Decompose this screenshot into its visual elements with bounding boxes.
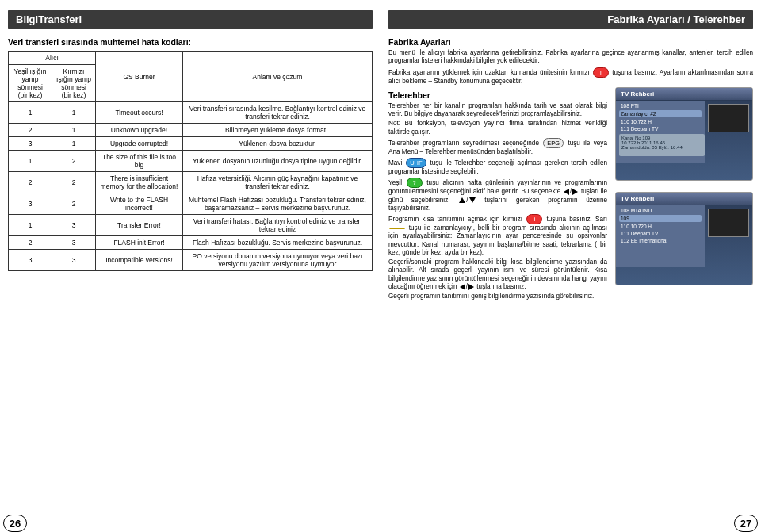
list-item: 108 PTI	[619, 102, 702, 109]
tv-guide-screenshot-2: TV Rehberi 108 MTA INTL 109 110 10.720 H…	[615, 192, 753, 285]
table-row: 32Write to the FLASH incorrect!Muhtemel …	[9, 193, 373, 215]
tr-p1: Telerehber her bir kanalın programları h…	[388, 102, 607, 119]
page-right: Fabrika Ayarları / Telerehber Fabrika Ay…	[388, 10, 753, 302]
table-row: 31Upgrade corrupted!Yüklenen dosya bozuk…	[9, 137, 373, 151]
list-item: 110 10.722 H	[619, 118, 702, 125]
red-i-button-icon: i	[593, 67, 609, 78]
tv-preview	[708, 209, 749, 237]
banner-left: BilgiTransferi	[8, 10, 373, 29]
col-gs: GS Burner	[96, 52, 183, 102]
fabrika-ayarlari-title: Fabrika Ayarları	[388, 37, 753, 47]
tr-p5: Yeşil ? tuşu alıcının hafta günlerinin y…	[388, 178, 607, 212]
list-item-hi: 109	[619, 215, 702, 222]
down-arrow-icon	[469, 197, 476, 203]
right-arrow-icon	[572, 189, 578, 195]
table-row: 11Timeout occurs!Veri transferi sırasınd…	[9, 102, 373, 124]
uhf-button-icon: UHF	[406, 158, 426, 168]
epg-button-icon: EPG	[543, 138, 564, 148]
page-number-left: 26	[3, 515, 27, 532]
tv-title: TV Rehberi	[616, 193, 752, 205]
list-item: 108 MTA INTL	[619, 207, 702, 214]
tr-p7: Programın kısa tanıtımını açmak için kır…	[388, 214, 607, 257]
page-number-right: 27	[734, 515, 758, 532]
left-arrow-icon	[460, 284, 465, 290]
col-red: Kırmızı ışığın yanıp sönmesi (bir kez)	[52, 65, 96, 102]
list-item: 111 Deepam TV	[619, 230, 702, 237]
tv-infobox: Kanal No 109 10.722 h 2011 16 45 Zaman d…	[619, 134, 705, 156]
list-item-hi: Zamanlayıcı #2	[619, 110, 702, 117]
table-row: 23FLASH init Error!Flash Hafızası bozukl…	[9, 236, 373, 250]
table-row: 33Incompatible versions!PO versiyonu don…	[9, 250, 373, 271]
tr-p2: Not: Bu fonksiyon, televizyon yayıncı fi…	[388, 120, 607, 136]
error-codes-heading: Veri transferi sırasında muhtemel hata k…	[8, 37, 373, 47]
tr-p4: Mavi UHF tuşu ile Telerehber seçeneği aç…	[388, 158, 607, 176]
tr-p3: Telerehber programların seyredilmesi seç…	[388, 138, 607, 156]
telerehber-text-column: Telerehber Telerehber her bir kanalın pr…	[388, 87, 607, 303]
fabrika-p1: Bu menü ile alıcıyı fabrika ayarlarına g…	[388, 49, 753, 66]
table-row: 12The size of this file is too bigYüklen…	[9, 151, 373, 172]
telerehber-title: Telerehber	[388, 90, 607, 100]
list-item: 110 10.720 H	[619, 223, 702, 230]
col-green: Yeşil ışığın yanıp sönmesi (bir kez)	[9, 65, 52, 102]
table-row: 13Transfer Error!Veri transferi hatası. …	[9, 215, 373, 236]
tv-preview	[708, 104, 749, 132]
yellow-button-icon	[389, 228, 405, 229]
tv-list: 108 MTA INTL 109 110 10.720 H 111 Deepam…	[616, 205, 705, 267]
error-code-table: Alıcı GS Burner Anlam ve çözüm Yeşil ışı…	[8, 51, 373, 271]
green-q-button-icon: ?	[407, 178, 423, 188]
page-left: BilgiTransferi Veri transferi sırasında …	[8, 10, 373, 271]
tv-title: TV Rehberi	[616, 88, 752, 101]
red-i-button-icon: i	[526, 214, 542, 224]
list-item: 112 EE International	[619, 237, 702, 244]
tv-guide-screenshot-1: TV Rehberi 108 PTI Zamanlayıcı #2 110 10…	[615, 87, 753, 181]
up-arrow-icon	[459, 197, 465, 203]
tr-p8: Geçerli/sonraki program hakkındaki bilgi…	[388, 258, 607, 291]
table-row: 21Unknown upgrade!Bilinmeyen yükleme dos…	[9, 124, 373, 137]
screenshot-column: TV Rehberi 108 PTI Zamanlayıcı #2 110 10…	[615, 87, 753, 303]
tr-p9: Geçerli programın tanıtımını geniş bilgi…	[388, 293, 607, 300]
right-arrow-icon	[468, 284, 474, 290]
banner-right: Fabrika Ayarları / Telerehber	[388, 10, 753, 29]
left-arrow-icon	[564, 189, 569, 195]
list-item: 111 Deepam TV	[619, 125, 702, 132]
col-sol: Anlam ve çözüm	[183, 52, 373, 102]
col-alici: Alıcı	[9, 52, 96, 65]
table-row: 22There is insufficient memory for the a…	[9, 172, 373, 193]
fabrika-p2: Fabrika ayarlarını yüklemek için uzaktan…	[388, 67, 753, 86]
